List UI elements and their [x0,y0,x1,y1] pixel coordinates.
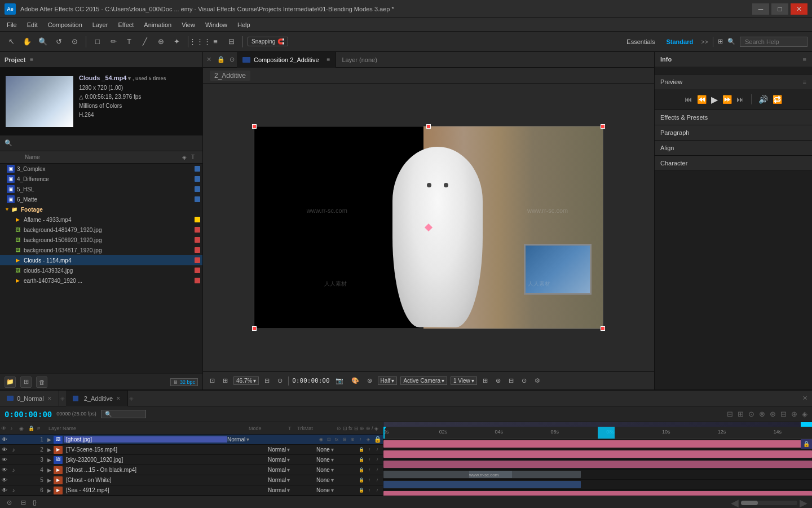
timeline-tab-0normal-close[interactable]: ✕ [47,396,52,401]
layer-4-expand[interactable]: ▶ [47,467,51,473]
essentials-button[interactable]: Essentials [623,37,658,46]
timeline-tool-7[interactable]: ⊕ [791,410,797,418]
delete-item-button[interactable]: 🗑 [36,376,47,388]
comp-tab-close-icon[interactable]: ✕ [203,56,215,63]
layer-4-mode-dropdown-icon[interactable]: ▾ [287,467,290,473]
frame-forward-button[interactable]: ⏩ [722,95,732,104]
skip-to-end-button[interactable]: ⏭ [736,95,744,104]
align-center-tool[interactable]: ≡ [209,35,222,49]
playhead[interactable] [383,427,385,439]
layer-2-sw1[interactable]: 🔒 [358,446,365,454]
layer-3-solo[interactable] [18,455,27,465]
text-tool[interactable]: T [122,35,136,49]
layer-3-visibility[interactable]: 👁 [0,455,9,465]
camera-orbit-tool[interactable]: ⊙ [68,35,81,49]
layer-4-trkmat-dropdown-icon[interactable]: ▾ [331,467,334,473]
align-right-tool[interactable]: ⊟ [224,35,238,49]
layer-5-audio[interactable] [9,475,18,485]
comp-lock-icon[interactable]: 🔒 [215,56,227,63]
project-item-6matte[interactable]: ▣ 6_Matte [0,194,202,204]
layer-tab[interactable]: Layer (none) [336,52,382,68]
viewer-snap-button[interactable]: 📷 [333,376,346,385]
layer-5-sw3[interactable]: / [374,476,381,484]
timeline-scroll-right[interactable]: ▶ [800,497,807,509]
layer-3-sw1[interactable]: 🔒 [358,456,365,464]
timeline-tool-6[interactable]: ⊟ [780,410,787,418]
audio-button[interactable]: 🔊 [758,95,768,104]
layer-6-expand[interactable]: ▶ [47,488,51,493]
timeline-search-input[interactable] [101,410,146,418]
frame-back-button[interactable]: ⏪ [697,95,707,104]
align-section-header[interactable]: Align [655,141,812,155]
hand-tool[interactable]: ✋ [20,35,34,49]
menu-layer[interactable]: Layer [88,20,113,29]
menu-edit[interactable]: Edit [23,20,42,29]
play-button[interactable]: ▶ [711,94,718,105]
layer-2-lock[interactable] [27,445,36,455]
timeline-tool-1[interactable]: ⊟ [727,410,733,418]
paragraph-section-header[interactable]: Paragraph [655,125,812,140]
clone-tool[interactable]: ⊕ [154,35,167,49]
project-item-aflame[interactable]: ▶ Aflame - 4933.mp4 [0,214,202,225]
layer-4-lock[interactable] [27,465,36,475]
project-item-5hsl[interactable]: ▣ 5_HSL [0,184,202,194]
menu-effect[interactable]: Effect [113,20,138,29]
project-item-earth[interactable]: ▶ earth-1407340_1920 ... [0,275,202,286]
project-item-clouds2[interactable]: 🖼 clouds-1439324.jpg [0,265,202,275]
layer-6-solo[interactable] [18,485,27,496]
effects-section-header[interactable]: Effects & Presets [655,110,812,125]
timeline-mode-btn[interactable]: ⊟ [19,498,28,507]
snapping-button[interactable]: Snapping 🧲 [248,37,288,46]
layer-1-sw5[interactable]: ⊛ [349,436,356,444]
layer-1-mode-dropdown-icon[interactable]: ▾ [246,436,249,443]
project-item-bg2[interactable]: 🖼 background-1506920_1920.jpg [0,235,202,245]
layer-6-visibility[interactable]: 👁 [0,485,9,496]
viewer-settings-button[interactable]: ⚙ [532,376,542,385]
viewer-output-button[interactable]: ⊙ [519,376,529,385]
preview-menu-icon[interactable]: ≡ [803,78,806,85]
viewer-flow-button[interactable]: ⊛ [493,376,503,385]
layer-2-trkmat-dropdown-icon[interactable]: ▾ [331,446,334,453]
layer-1-sw2[interactable]: ⊡ [325,436,332,444]
project-item-bg3[interactable]: 🖼 background-1634817_1920.jpg [0,245,202,255]
close-button[interactable]: ✕ [791,3,807,15]
comp-settings-icon[interactable]: ⊙ [227,56,237,63]
layer-1-lock-right[interactable]: 🔒 [374,436,383,443]
camera-dropdown[interactable]: Active Camera ▾ [400,376,447,385]
layer-2-solo[interactable] [18,445,27,455]
layer-1-visibility[interactable]: 👁 [0,435,9,445]
menu-file[interactable]: File [2,20,21,29]
layer-6-lock[interactable] [27,485,36,496]
layer-row-1[interactable]: 👁 1 ▶ 🖼 [ghost.jpg] Normal▾ ◉ ⊡ fx ⊟ [0,435,383,445]
loop-button[interactable]: 🔁 [773,95,782,104]
layer-1-sw7[interactable]: ◈ [365,436,372,444]
layer-4-solo[interactable] [18,465,27,475]
layer-4-sw2[interactable]: / [366,466,373,474]
viewer-render-button[interactable]: ⊞ [480,376,490,385]
layer-6-sw1[interactable]: 🔒 [358,487,365,494]
maximize-button[interactable]: □ [771,3,788,15]
search-help-input[interactable] [740,37,807,47]
layer-5-lock[interactable] [27,475,36,485]
composition-name-label[interactable]: 2_Additive [210,71,250,81]
timeline-scroll-left[interactable]: ◀ [731,497,739,509]
timeline-graph-btn[interactable]: ⊙ [5,498,14,507]
layer-4-sw3[interactable]: / [374,466,381,474]
layer-4-audio[interactable]: ♪ [9,465,18,475]
menu-composition[interactable]: Composition [43,20,87,29]
timeline-tool-5[interactable]: ⊛ [770,410,776,418]
timeline-tab-2additive-close[interactable]: ✕ [116,396,121,401]
layer-1-sw1[interactable]: ◉ [317,436,324,444]
comp-tab-menu-icon[interactable]: ≡ [327,56,330,63]
timeline-scrollbar[interactable] [741,501,797,505]
timeline-tab-0normal[interactable]: 0_Normal ✕ [0,391,59,406]
viewer-transparency-button[interactable]: ⊗ [365,376,374,385]
preview-section-header[interactable]: Preview ≡ [655,75,812,89]
layer-3-mode-dropdown-icon[interactable]: ▾ [287,457,290,463]
viewer-region-of-interest-button[interactable]: ⊡ [208,376,217,385]
layer-3-sw2[interactable]: / [366,456,373,464]
timeline-tool-3[interactable]: ⊙ [748,410,754,418]
layer-row-6[interactable]: 👁 ♪ 6 ▶ ▶ [Sea - 4912.mp4] Normal▾ None▾… [0,485,383,496]
layer-2-visibility[interactable]: 👁 [0,445,9,455]
layer-row-2[interactable]: 👁 ♪ 2 ▶ ▶ [TV-Scene-15s.mp4] Normal▾ Non… [0,445,383,455]
